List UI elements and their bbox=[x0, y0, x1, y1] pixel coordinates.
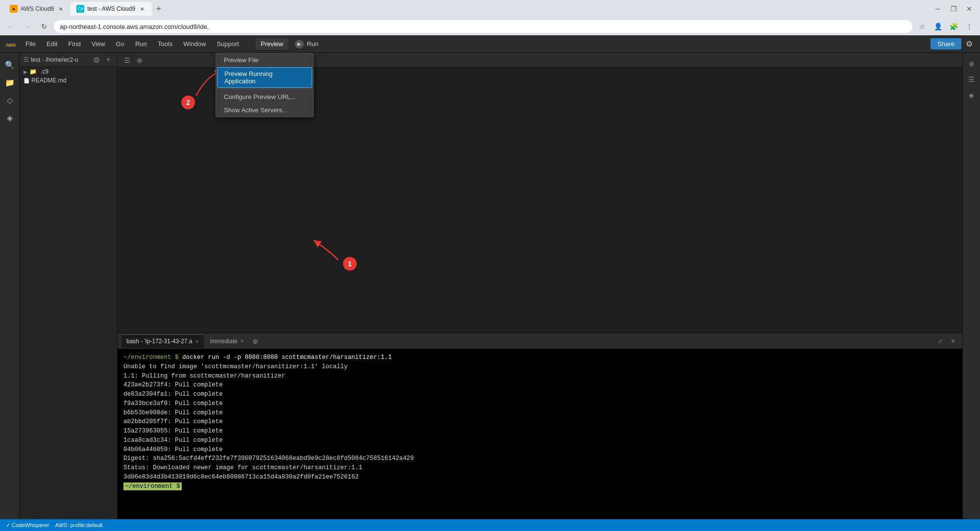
menu-view[interactable]: View bbox=[87, 38, 110, 50]
terminal-window-buttons: ⤢ ✕ bbox=[935, 336, 958, 347]
file-tree-settings-icon[interactable]: ⚙ bbox=[92, 55, 101, 65]
sidebar-icons: 🔍 📁 ◇ ◈ bbox=[0, 53, 20, 519]
dropdown-show-servers[interactable]: Show Active Servers... bbox=[216, 103, 313, 117]
ide-body: 🔍 📁 ◇ ◈ ☰ test - /home/ec2-u ⚙ + ▶ 📁 .c9… bbox=[0, 53, 980, 519]
hamburger-icon[interactable]: ☰ bbox=[122, 55, 132, 66]
menu-go[interactable]: Go bbox=[111, 38, 129, 50]
right-sidebar: ⊕ ☰ ◈ bbox=[962, 53, 980, 519]
address-input[interactable] bbox=[54, 20, 912, 33]
term-line-15: ~/environment $ bbox=[123, 482, 956, 491]
preview-dropdown: Preview File Preview Running Application… bbox=[216, 53, 314, 117]
term-line-7: b6b53be908de: Pull complete bbox=[123, 408, 956, 418]
term-line-11: 04b06a446059: Pull complete bbox=[123, 445, 956, 455]
menu-find[interactable]: Find bbox=[63, 38, 85, 50]
add-panel-icon[interactable]: ⊕ bbox=[134, 55, 145, 66]
tree-item-readme[interactable]: 📄 README.md bbox=[20, 76, 117, 85]
term-line-2: Unable to find image 'scottmcmaster/hars… bbox=[123, 362, 956, 372]
term-line-14: 3d06e83d4d3b413019d6c8ec64eb80086713ca15… bbox=[123, 473, 956, 482]
file-icon: 📄 bbox=[24, 78, 29, 83]
window-controls: ─ ❐ ✕ bbox=[931, 2, 976, 16]
sidebar-extensions-icon[interactable]: ◈ bbox=[2, 110, 18, 126]
account-icon[interactable]: 👤 bbox=[931, 20, 945, 33]
tab-test-cloud9[interactable]: C9 test - AWS Cloud9 ✕ bbox=[71, 2, 152, 16]
terminal-expand-icon[interactable]: ⤢ bbox=[935, 336, 946, 347]
dropdown-preview-running[interactable]: Preview Running Application bbox=[217, 67, 312, 88]
status-profile: AWS: profile:default bbox=[55, 522, 102, 528]
menu-window[interactable]: Window bbox=[178, 38, 211, 50]
menu-run[interactable]: Run bbox=[130, 38, 152, 50]
menu-tools[interactable]: Tools bbox=[153, 38, 177, 50]
terminal-tabs: bash - 'ip-172-31-43-27.a ✕ Immediate ✕ … bbox=[118, 333, 962, 349]
address-bar-row: ← → ↻ ☆ 👤 🧩 ⋮ bbox=[0, 18, 980, 35]
term-line-5: de83a2304fa1: Pull complete bbox=[123, 390, 956, 399]
file-tree-add-icon[interactable]: + bbox=[103, 55, 113, 65]
annotation-circle-1: 1 bbox=[343, 257, 357, 271]
bash-tab-close[interactable]: ✕ bbox=[195, 339, 199, 344]
tab-close-1[interactable]: ✕ bbox=[57, 5, 65, 13]
tree-item-c9[interactable]: ▶ 📁 .c9 bbox=[20, 67, 117, 76]
reload-button[interactable]: ↻ bbox=[37, 20, 51, 33]
tab-label: AWS Cloud9 bbox=[21, 5, 54, 12]
status-codewhisperer: ✓ CodeWhisperer bbox=[6, 522, 49, 529]
terminal-add-tab-icon[interactable]: ⊕ bbox=[250, 336, 261, 347]
terminal-tab-immediate[interactable]: Immediate ✕ bbox=[205, 334, 249, 348]
restore-button[interactable]: ❐ bbox=[947, 2, 960, 16]
tree-label-c9: .c9 bbox=[41, 68, 49, 75]
term-line-9: 15a273963055: Pull complete bbox=[123, 427, 956, 436]
file-tree-header: ☰ test - /home/ec2-u ⚙ + bbox=[20, 53, 117, 67]
right-sidebar-icon-3[interactable]: ◈ bbox=[965, 88, 979, 102]
menu-support[interactable]: Support bbox=[212, 38, 244, 50]
run-label: Run bbox=[307, 40, 318, 48]
folder-chevron-icon: ▶ bbox=[24, 69, 27, 75]
back-button[interactable]: ← bbox=[4, 20, 18, 33]
aws-logo: AWS bbox=[4, 37, 18, 51]
term-line-1: ~/environment $ docker run -d -p 8080:80… bbox=[123, 353, 956, 362]
term-line-8: ab2bbd205f7f: Pull complete bbox=[123, 417, 956, 427]
close-button[interactable]: ✕ bbox=[962, 2, 976, 16]
browser-chrome: A AWS Cloud9 ✕ C9 test - AWS Cloud9 ✕ + … bbox=[0, 0, 980, 35]
terminal-close-icon[interactable]: ✕ bbox=[948, 336, 958, 347]
terminal-body[interactable]: ~/environment $ docker run -d -p 8080:80… bbox=[118, 349, 962, 519]
ide-menubar: AWS File Edit Find View Go Run Tools Win… bbox=[0, 35, 980, 53]
terminal-tab-bash[interactable]: bash - 'ip-172-31-43-27.a ✕ bbox=[122, 334, 204, 348]
file-tree-root-label: test - /home/ec2-u bbox=[31, 56, 90, 63]
svg-text:AWS: AWS bbox=[6, 43, 16, 48]
forward-button[interactable]: → bbox=[21, 20, 34, 33]
annotation-circle-2: 2 bbox=[181, 96, 195, 109]
term-line-3: 1.1: Pulling from scottmcmaster/harsanit… bbox=[123, 372, 956, 381]
extensions-icon[interactable]: 🧩 bbox=[947, 20, 960, 33]
bookmark-icon[interactable]: ☆ bbox=[915, 20, 929, 33]
file-tree: ☰ test - /home/ec2-u ⚙ + ▶ 📁 .c9 📄 READM… bbox=[20, 53, 118, 519]
tab-aws-cloud9[interactable]: A AWS Cloud9 ✕ bbox=[4, 2, 71, 16]
c9-favicon: C9 bbox=[76, 5, 84, 13]
menu-file[interactable]: File bbox=[21, 38, 41, 50]
menu-edit[interactable]: Edit bbox=[42, 38, 62, 50]
sidebar-search-icon[interactable]: 🔍 bbox=[2, 57, 18, 73]
dropdown-preview-file[interactable]: Preview File bbox=[216, 53, 313, 67]
browser-actions: ☆ 👤 🧩 ⋮ bbox=[915, 20, 976, 33]
settings-icon[interactable]: ⚙ bbox=[962, 37, 976, 51]
term-line-13: Status: Downloaded newer image for scott… bbox=[123, 463, 956, 473]
run-button[interactable]: ▶ Run bbox=[289, 38, 324, 50]
menu-icon[interactable]: ⋮ bbox=[962, 20, 976, 33]
main-area: ☰ ⊕ bash - 'ip-172-31-43-27.a ✕ Immediat… bbox=[118, 53, 962, 519]
term-line-10: 1caa8cad3c34: Pull complete bbox=[123, 436, 956, 445]
dropdown-divider bbox=[216, 89, 313, 89]
tab-close-2[interactable]: ✕ bbox=[138, 5, 146, 13]
term-line-6: f9a33bce3af0: Pull complete bbox=[123, 399, 956, 408]
immediate-tab-label: Immediate bbox=[210, 338, 237, 345]
terminal-panel: bash - 'ip-172-31-43-27.a ✕ Immediate ✕ … bbox=[118, 333, 962, 519]
right-sidebar-icon-1[interactable]: ⊕ bbox=[965, 57, 979, 71]
sidebar-files-icon[interactable]: 📁 bbox=[2, 75, 18, 90]
minimize-button[interactable]: ─ bbox=[931, 2, 945, 16]
new-tab-button[interactable]: + bbox=[152, 2, 166, 16]
dropdown-configure-url[interactable]: Configure Preview URL... bbox=[216, 90, 313, 103]
immediate-tab-close[interactable]: ✕ bbox=[240, 338, 244, 344]
right-sidebar-icon-2[interactable]: ☰ bbox=[965, 73, 979, 86]
file-tree-hamburger-icon[interactable]: ☰ bbox=[24, 56, 29, 63]
status-bar: ✓ CodeWhisperer AWS: profile:default bbox=[0, 519, 980, 531]
sidebar-git-icon[interactable]: ◇ bbox=[2, 92, 18, 108]
menu-preview[interactable]: Preview bbox=[256, 38, 288, 50]
run-circle-icon: ▶ bbox=[295, 40, 304, 49]
share-button[interactable]: Share bbox=[931, 38, 961, 50]
